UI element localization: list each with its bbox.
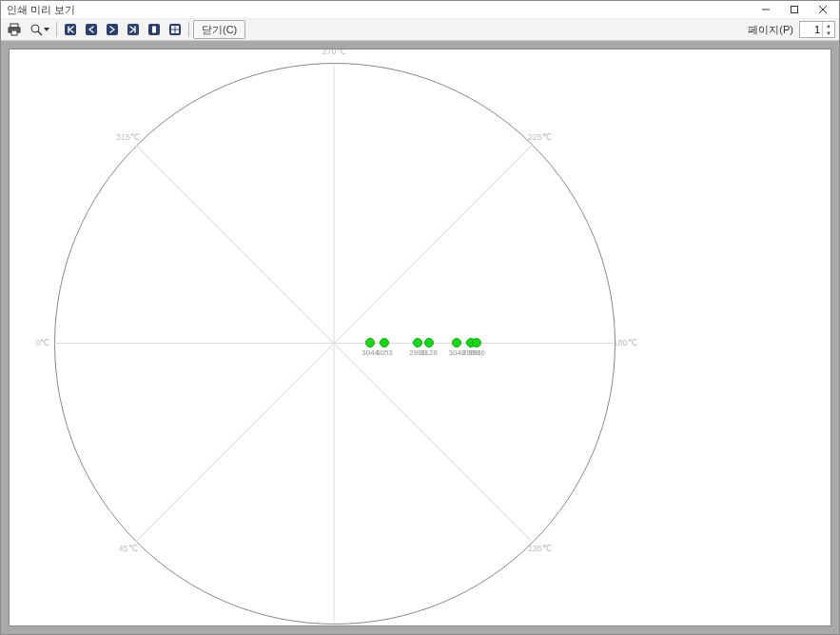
chart-point-label: 3053 [376,348,393,357]
nav-next-button[interactable] [103,20,122,39]
magnifier-icon [29,23,43,36]
svg-rect-10 [86,24,97,35]
chart-point [413,338,422,347]
window-controls [752,2,837,17]
svg-line-8 [38,31,42,35]
svg-rect-19 [176,30,180,34]
polar-chart: 0℃45℃90℃135℃180℃225℃270℃315℃304430532980… [15,55,825,620]
svg-rect-11 [107,24,118,35]
svg-rect-4 [10,24,18,28]
chart-point [380,338,389,347]
close-icon [818,5,828,14]
print-preview-window: 인쇄 미리 보기 [0,0,840,635]
nav-prev-icon [86,24,97,35]
zoom-button[interactable] [26,20,52,39]
minimize-icon [761,5,771,14]
toolbar-right: 페이지(P) 1 ▲ ▼ [748,21,835,38]
nav-prev-button[interactable] [82,20,101,39]
polar-angle-label: 225℃ [528,132,552,142]
chart-point [365,338,375,347]
svg-rect-15 [169,24,181,35]
chart-point [424,338,434,347]
window-title: 인쇄 미리 보기 [7,3,75,17]
view-multipage-button[interactable] [166,20,185,39]
nav-first-icon [65,24,76,35]
toolbar-separator [188,22,189,37]
svg-rect-16 [171,26,175,30]
svg-point-7 [31,25,39,32]
maximize-button[interactable] [780,2,809,17]
minimize-button[interactable] [752,2,780,17]
page-up-button[interactable]: ▲ [823,22,834,30]
polar-spoke [334,344,335,624]
preview-area: 0℃45℃90℃135℃180℃225℃270℃315℃304430532980… [1,41,839,634]
toolbar: 닫기(C) 페이지(P) 1 ▲ ▼ [1,19,839,41]
nav-last-button[interactable] [124,20,143,39]
polar-angle-label: 0℃ [35,338,49,347]
toolbar-left: 닫기(C) [5,20,245,39]
page-down-button[interactable]: ▼ [823,30,834,37]
polar-angle-label: 270℃ [322,49,345,56]
page-spinner-buttons: ▲ ▼ [822,22,834,37]
polar-angle-label: 315℃ [116,132,140,142]
close-window-button[interactable] [809,2,837,17]
nav-last-icon [127,24,139,35]
polar-spoke [54,343,334,344]
chart-point [472,338,481,347]
view-onepage-icon [148,24,160,35]
print-button[interactable] [5,20,24,39]
polar-spoke [334,64,335,344]
chart-point-label: 3536 [468,348,485,357]
dropdown-arrow-icon [44,27,49,32]
polar-angle-label: 45℃ [119,544,138,553]
page-label: 페이지(P) [748,23,793,37]
close-preview-button[interactable]: 닫기(C) [193,20,245,39]
chart-point [452,338,461,347]
page-value[interactable]: 1 [800,22,822,37]
svg-rect-14 [152,27,156,33]
printer-icon [8,23,21,36]
svg-rect-18 [171,30,175,34]
preview-page: 0℃45℃90℃135℃180℃225℃270℃315℃304430532980… [9,49,831,626]
page-spinner[interactable]: 1 ▲ ▼ [799,21,835,38]
svg-rect-17 [176,26,180,30]
view-multipage-icon [169,24,181,35]
toolbar-separator [56,22,57,37]
titlebar: 인쇄 미리 보기 [1,1,839,19]
nav-first-button[interactable] [61,20,80,39]
maximize-icon [790,5,799,14]
view-onepage-button[interactable] [145,20,164,39]
chart-point-label: 3128 [420,348,438,357]
svg-rect-6 [11,30,17,35]
polar-angle-label: 135℃ [528,544,552,553]
svg-rect-1 [791,7,798,13]
polar-angle-label: 180℃ [613,338,636,347]
nav-next-icon [107,24,118,35]
